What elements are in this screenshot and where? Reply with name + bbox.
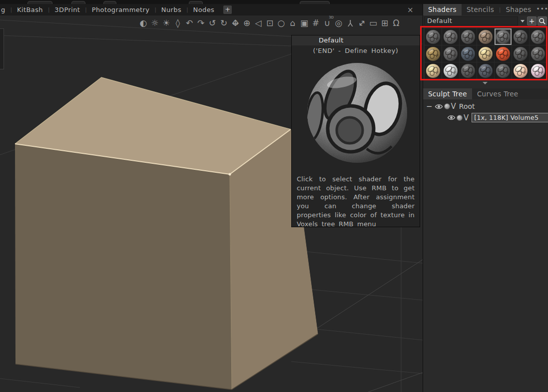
shader-thumb[interactable]	[495, 62, 512, 79]
home-view-icon[interactable]: ⌂	[288, 17, 298, 28]
magnet-3d-icon[interactable]: ∪3D	[322, 17, 332, 28]
shader-thumb[interactable]	[530, 45, 547, 62]
tab-stencils[interactable]: Stencils	[462, 4, 499, 15]
shader-thumb[interactable]	[477, 28, 494, 45]
visibility-eye-icon[interactable]	[447, 114, 456, 121]
shader-thumb[interactable]	[425, 28, 442, 45]
shader-preview-sphere	[292, 56, 421, 173]
voxel-mode-mark[interactable]: V	[451, 102, 456, 111]
close-icon[interactable]: ×	[407, 5, 414, 14]
focus-object-icon[interactable]: ◎	[334, 17, 344, 28]
shader-sphere-preview	[479, 47, 493, 61]
shader-sphere-preview	[496, 47, 510, 61]
perspective-cube-icon[interactable]: ▣	[299, 17, 309, 28]
brightness-icon[interactable]: ☼	[150, 17, 160, 28]
mannequin-icon[interactable]: Y	[345, 17, 355, 28]
tree-row-volume5[interactable]: V [1x, 118K] Volume5	[447, 113, 548, 122]
shader-thumb[interactable]	[512, 28, 529, 45]
shader-ball-icon[interactable]	[457, 115, 463, 121]
partial-tab	[103, 1, 116, 4]
panel-menu-icon[interactable]: •••	[537, 4, 548, 15]
shader-thumb[interactable]	[512, 62, 529, 79]
shader-thumb[interactable]	[460, 62, 477, 79]
rotate-view-icon[interactable]: ↺	[207, 17, 217, 28]
menu-item-nurbs[interactable]: Nurbs	[156, 6, 186, 13]
grid-scroll-indicator[interactable]	[483, 82, 488, 84]
cube-front-face[interactable]	[15, 144, 232, 390]
shader-thumb[interactable]	[425, 45, 442, 62]
soft-shading-icon[interactable]: ◊	[173, 17, 183, 28]
tree-row-root[interactable]: − V Root	[426, 102, 475, 111]
shader-sphere-preview	[444, 30, 458, 44]
menu-item-photogrammetry[interactable]: Photogrammetry	[87, 6, 155, 13]
shader-sphere-preview	[426, 64, 440, 78]
shader-sphere-preview	[444, 47, 458, 61]
light-setup-icon[interactable]: Ω	[391, 17, 401, 28]
partial-tab	[189, 1, 203, 4]
sun-position-icon[interactable]: ☀	[161, 17, 171, 28]
shader-thumb[interactable]	[512, 45, 529, 62]
shader-thumb[interactable]	[442, 62, 459, 79]
undo-icon[interactable]: ↶	[184, 17, 194, 28]
zoom-view-icon[interactable]: ⊕	[242, 17, 252, 28]
shader-thumb[interactable]	[477, 45, 494, 62]
turntable-rotate-icon[interactable]: ↻	[219, 17, 229, 28]
shader-sphere-preview	[444, 64, 458, 78]
grid-toggle-icon[interactable]: #	[311, 17, 321, 28]
scale-view-icon[interactable]: ↔	[357, 17, 367, 28]
shader-thumb[interactable]	[530, 62, 547, 79]
right-panel: Shaders Stencils | Shapes ••• Default + …	[423, 0, 548, 392]
background-image-icon[interactable]: ⊞	[380, 17, 390, 28]
shader-sphere-preview	[461, 64, 475, 78]
add-tab-button[interactable]: +	[223, 5, 232, 14]
shader-thumb[interactable]	[460, 28, 477, 45]
shader-thumb[interactable]	[460, 45, 477, 62]
shader-sphere-preview	[531, 30, 545, 44]
shader-grid	[425, 28, 547, 79]
search-icon	[539, 17, 546, 25]
frame-view-icon[interactable]: ⊡	[265, 17, 275, 28]
partial-tab	[300, 1, 330, 4]
menu-item-kitbash[interactable]: KitBash	[12, 6, 48, 13]
shader-thumb[interactable]	[530, 28, 547, 45]
camera-direction-icon[interactable]: ◁	[253, 17, 263, 28]
tree-item-label[interactable]: Root	[459, 102, 475, 110]
search-shader-button[interactable]	[538, 16, 547, 25]
tab-shapes[interactable]: Shapes	[501, 4, 536, 15]
shader-thumb-selected[interactable]	[495, 28, 512, 45]
volume-name-box[interactable]: [1x, 118K] Volume5	[472, 113, 548, 122]
menu-item-nodes[interactable]: Nodes	[188, 6, 220, 13]
tab-curves-tree[interactable]: Curves Tree	[472, 88, 524, 99]
rectangle-select-icon[interactable]: ▭	[368, 17, 378, 28]
ellipse-view-icon[interactable]: ○	[276, 17, 286, 28]
voxel-mode-mark[interactable]: V	[464, 113, 469, 122]
shader-filter-input[interactable]: Default	[424, 16, 518, 25]
voxel-cube[interactable]	[15, 77, 318, 390]
shader-ball-icon[interactable]	[444, 103, 450, 109]
shader-thumb[interactable]	[495, 45, 512, 62]
shader-thumb[interactable]	[442, 28, 459, 45]
add-shader-button[interactable]: +	[527, 16, 537, 25]
menu-item-3dprint[interactable]: 3DPrint	[49, 6, 85, 13]
shader-thumb[interactable]	[425, 62, 442, 79]
redo-icon[interactable]: ↷	[196, 17, 206, 28]
collapse-icon[interactable]: −	[426, 102, 433, 111]
contrast-icon[interactable]: ◐	[138, 17, 148, 28]
tab-shaders[interactable]: Shaders	[423, 4, 462, 15]
shader-thumb[interactable]	[477, 62, 494, 79]
shader-thumb[interactable]	[442, 45, 459, 62]
shader-sphere-preview	[479, 64, 493, 78]
pan-view-icon[interactable]: ↔↕	[230, 17, 240, 28]
shader-sphere-preview	[496, 30, 510, 44]
visibility-eye-icon[interactable]	[435, 103, 443, 110]
shader-sphere-preview	[461, 30, 475, 44]
menu-bar: g|KitBash|3DPrint|Photogrammetry|Nurbs|N…	[0, 4, 423, 15]
shader-sphere-preview	[479, 30, 493, 44]
tab-sculpt-tree[interactable]: Sculpt Tree	[423, 88, 472, 99]
shader-sphere-preview	[514, 47, 528, 61]
tooltip-description: Click to select shader for the current o…	[292, 173, 420, 229]
menu-item-g[interactable]: g	[0, 6, 10, 13]
shader-sphere-preview	[514, 64, 528, 78]
tooltip-hotkey: ('END' - Define Hotkey)	[292, 45, 420, 56]
filter-dropdown-button[interactable]	[519, 16, 526, 25]
